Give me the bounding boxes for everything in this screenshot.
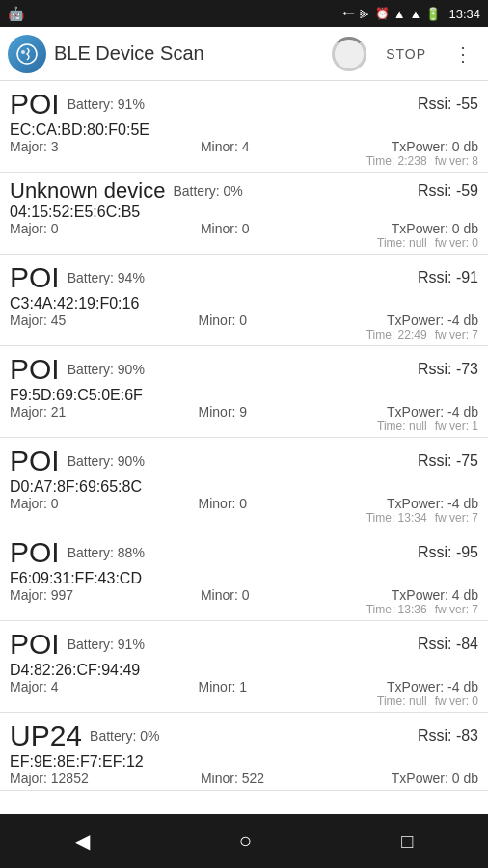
device-name: POI <box>10 444 60 478</box>
meta-row: Time: null fw ver: 0 <box>10 236 478 250</box>
meta-row: Time: null fw ver: 1 <box>10 420 478 433</box>
mac-row: D4:82:26:CF:94:49 <box>10 662 478 679</box>
meta-row: Time: 13:36 fw ver: 7 <box>10 603 478 616</box>
meta-row: Time: 22:49 fw ver: 7 <box>10 328 478 341</box>
status-bar: 🤖 ⭠ ⫸ ⏰ ▲ ▲ 🔋 13:34 <box>0 0 488 27</box>
meta-row: Time: 13:34 fw ver: 7 <box>10 511 478 525</box>
tx-power: TxPower: 0 db <box>392 221 478 236</box>
rssi-value: Rssi: -83 <box>418 727 478 745</box>
fw-info: fw ver: 7 <box>435 603 478 616</box>
mac-address: D4:82:26:CF:94:49 <box>10 662 140 679</box>
battery-info: Battery: 88% <box>68 545 145 560</box>
time-info: Time: 13:34 <box>366 511 427 525</box>
device-name: Unknown device <box>10 178 165 203</box>
mac-row: F6:09:31:FF:43:CD <box>10 570 478 587</box>
stop-button[interactable]: STOP <box>374 39 438 69</box>
fw-info: fw ver: 8 <box>435 154 478 168</box>
meta-row: Time: null fw ver: 0 <box>10 694 478 708</box>
vibrate-icon: ⫸ <box>359 7 371 21</box>
tx-power: TxPower: -4 db <box>387 679 478 694</box>
device-name: UP24 <box>10 719 82 753</box>
status-bar-left: 🤖 <box>8 6 24 21</box>
name-rssi-row: POI Battery: 90% Rssi: -75 <box>10 444 478 478</box>
major-minor-tx-row: Major: 4 Minor: 1 TxPower: -4 db <box>10 679 478 694</box>
recents-button[interactable] <box>382 821 432 861</box>
minor-value: Minor: 0 <box>201 587 392 603</box>
device-card[interactable]: POI Battery: 91% Rssi: -84 D4:82:26:CF:9… <box>0 621 488 713</box>
minor-value: Minor: 0 <box>201 221 392 236</box>
major-value: Major: 3 <box>10 139 201 154</box>
time-info: Time: null <box>377 420 427 433</box>
device-name: POI <box>10 352 60 387</box>
device-name: POI <box>10 260 60 295</box>
rssi-value: Rssi: -73 <box>418 361 478 378</box>
mac-address: D0:A7:8F:69:65:8C <box>10 478 142 496</box>
name-rssi-row: Unknown device Battery: 0% Rssi: -59 <box>10 178 478 203</box>
mac-address: F9:5D:69:C5:0E:6F <box>10 387 143 404</box>
tx-power: TxPower: -4 db <box>387 496 478 511</box>
bottom-navigation <box>0 814 488 868</box>
device-card[interactable]: Unknown device Battery: 0% Rssi: -59 04:… <box>0 173 488 255</box>
time-display: 13:34 <box>448 7 480 21</box>
name-rssi-row: POI Battery: 91% Rssi: -84 <box>10 627 478 662</box>
name-rssi-row: POI Battery: 90% Rssi: -73 <box>10 352 478 387</box>
loading-spinner <box>332 37 366 71</box>
device-card[interactable]: POI Battery: 90% Rssi: -75 D0:A7:8F:69:6… <box>0 438 488 529</box>
mac-row: F9:5D:69:C5:0E:6F <box>10 387 478 404</box>
battery-info: Battery: 0% <box>90 728 159 744</box>
major-value: Major: 12852 <box>10 771 201 786</box>
alarm-icon: ⏰ <box>375 7 390 20</box>
device-name: POI <box>10 87 60 122</box>
back-button[interactable] <box>56 821 109 861</box>
status-bar-right: ⭠ ⫸ ⏰ ▲ ▲ 🔋 13:34 <box>342 7 480 21</box>
major-value: Major: 21 <box>10 404 199 420</box>
more-options-icon[interactable]: ⋮ <box>446 35 480 73</box>
minor-value: Minor: 9 <box>199 404 388 420</box>
name-rssi-row: UP24 Battery: 0% Rssi: -83 <box>10 719 478 753</box>
meta-row: Time: 2:238 fw ver: 8 <box>10 154 478 168</box>
mac-row: 04:15:52:E5:6C:B5 <box>10 203 478 221</box>
tx-power: TxPower: 0 db <box>392 771 478 786</box>
mac-address: C3:4A:42:19:F0:16 <box>10 295 139 312</box>
android-icon: 🤖 <box>8 6 24 21</box>
time-info: Time: 2:238 <box>366 154 427 168</box>
battery-info: Battery: 90% <box>68 453 145 469</box>
rssi-value: Rssi: -95 <box>418 544 478 561</box>
major-minor-tx-row: Major: 21 Minor: 9 TxPower: -4 db <box>10 404 478 420</box>
time-info: Time: 13:36 <box>366 603 427 616</box>
device-card[interactable]: POI Battery: 88% Rssi: -95 F6:09:31:FF:4… <box>0 529 488 621</box>
major-value: Major: 997 <box>10 587 201 603</box>
name-rssi-row: POI Battery: 94% Rssi: -91 <box>10 260 478 295</box>
time-info: Time: null <box>377 694 427 708</box>
major-minor-tx-row: Major: 45 Minor: 0 TxPower: -4 db <box>10 312 478 328</box>
major-minor-tx-row: Major: 0 Minor: 0 TxPower: -4 db <box>10 496 478 511</box>
device-card[interactable]: POI Battery: 90% Rssi: -73 F9:5D:69:C5:0… <box>0 346 488 438</box>
device-card[interactable]: POI Battery: 91% Rssi: -55 EC:CA:BD:80:F… <box>0 81 488 173</box>
fw-info: fw ver: 1 <box>435 420 478 433</box>
fw-info: fw ver: 7 <box>435 328 478 341</box>
major-minor-tx-row: Major: 997 Minor: 0 TxPower: 4 db <box>10 587 478 603</box>
rssi-value: Rssi: -59 <box>418 182 478 200</box>
name-rssi-row: POI Battery: 88% Rssi: -95 <box>10 535 478 570</box>
bluetooth-icon: ⭠ <box>342 7 355 21</box>
major-minor-tx-row: Major: 12852 Minor: 522 TxPower: 0 db <box>10 771 478 786</box>
battery-icon: 🔋 <box>425 7 441 21</box>
tx-power: TxPower: -4 db <box>387 404 478 420</box>
device-list: POI Battery: 91% Rssi: -55 EC:CA:BD:80:F… <box>0 81 488 814</box>
major-minor-tx-row: Major: 0 Minor: 0 TxPower: 0 db <box>10 221 478 236</box>
minor-value: Minor: 4 <box>201 139 392 154</box>
mac-row: EC:CA:BD:80:F0:5E <box>10 122 478 139</box>
time-info: Time: 22:49 <box>366 328 427 341</box>
device-card[interactable]: UP24 Battery: 0% Rssi: -83 EF:9E:8E:F7:E… <box>0 713 488 791</box>
tx-power: TxPower: -4 db <box>387 312 478 328</box>
app-title: BLE Device Scan <box>54 42 324 65</box>
app-bar: BLE Device Scan STOP ⋮ <box>0 27 488 81</box>
mac-row: EF:9E:8E:F7:EF:12 <box>10 753 478 771</box>
signal-icon: ▲ <box>410 7 422 21</box>
battery-info: Battery: 90% <box>68 362 145 377</box>
device-card[interactable]: POI Battery: 94% Rssi: -91 C3:4A:42:19:F… <box>0 255 488 346</box>
major-minor-tx-row: Major: 3 Minor: 4 TxPower: 0 db <box>10 139 478 154</box>
minor-value: Minor: 522 <box>201 771 392 786</box>
major-value: Major: 0 <box>10 496 199 511</box>
home-button[interactable] <box>220 821 271 861</box>
